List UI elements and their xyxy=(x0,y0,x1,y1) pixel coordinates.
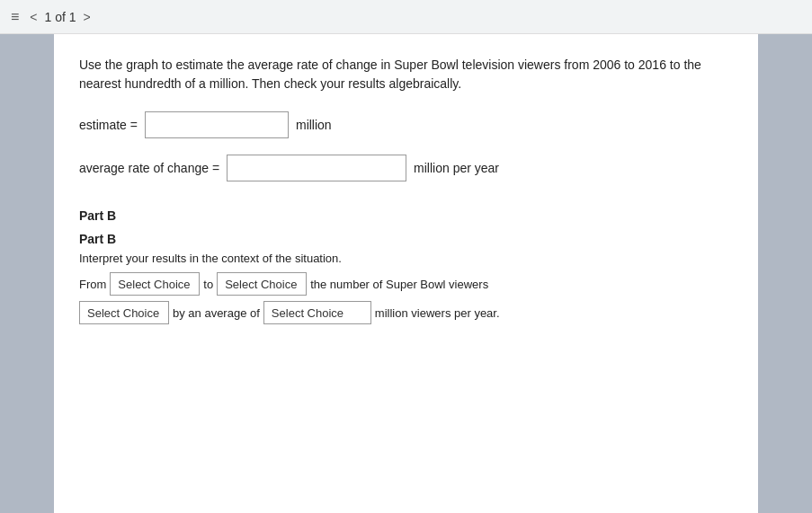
avg-rate-row: average rate of change = million per yea… xyxy=(79,155,733,181)
dropdown4-select-choice[interactable]: Select Choice xyxy=(263,301,371,324)
page-info: 1 of 1 xyxy=(45,10,76,24)
estimate-row: estimate = million xyxy=(79,111,733,138)
avg-rate-label: average rate of change = xyxy=(79,161,219,175)
left-sidebar xyxy=(0,34,54,513)
avg-rate-input[interactable] xyxy=(227,155,406,181)
dropdown3-select-choice[interactable]: Select Choice xyxy=(79,301,169,324)
page-wrapper: Use the graph to estimate the average ra… xyxy=(0,34,812,513)
part-b-section: Part B Part B Interpret your results in … xyxy=(79,208,733,324)
sentence1-rest: the number of Super Bowl viewers xyxy=(310,278,488,291)
avg-rate-unit: million per year xyxy=(414,161,499,175)
right-sidebar xyxy=(758,34,812,513)
dropdown2-select-choice[interactable]: Select Choice xyxy=(217,272,307,296)
nav-controls: < 1 of 1 > xyxy=(26,8,94,26)
estimate-unit: million xyxy=(296,118,332,132)
sentence2-middle: by an average of xyxy=(173,306,260,320)
sentence2-row: Select Choice by an average of Select Ch… xyxy=(79,301,733,324)
part-b-outer-label: Part B xyxy=(79,208,733,223)
sentence2-end: million viewers per year. xyxy=(375,306,500,320)
dropdown1-select-choice[interactable]: Select Choice xyxy=(110,272,200,296)
interpret-text: Interpret your results in the context of… xyxy=(79,252,733,265)
menu-icon[interactable]: ≡ xyxy=(11,9,19,25)
part-b-inner-label: Part B xyxy=(79,232,733,246)
to-text: to xyxy=(203,278,213,291)
top-bar: ≡ < 1 of 1 > xyxy=(0,0,812,34)
estimate-input[interactable] xyxy=(145,111,289,138)
nav-prev-chevron[interactable]: < xyxy=(26,8,40,26)
nav-next-chevron[interactable]: > xyxy=(80,8,94,26)
problem-description: Use the graph to estimate the average ra… xyxy=(79,56,733,93)
estimate-label: estimate = xyxy=(79,118,138,132)
main-content: Use the graph to estimate the average ra… xyxy=(54,34,758,513)
sentence1-row: From Select Choice to Select Choice the … xyxy=(79,272,733,296)
from-text: From xyxy=(79,278,106,291)
